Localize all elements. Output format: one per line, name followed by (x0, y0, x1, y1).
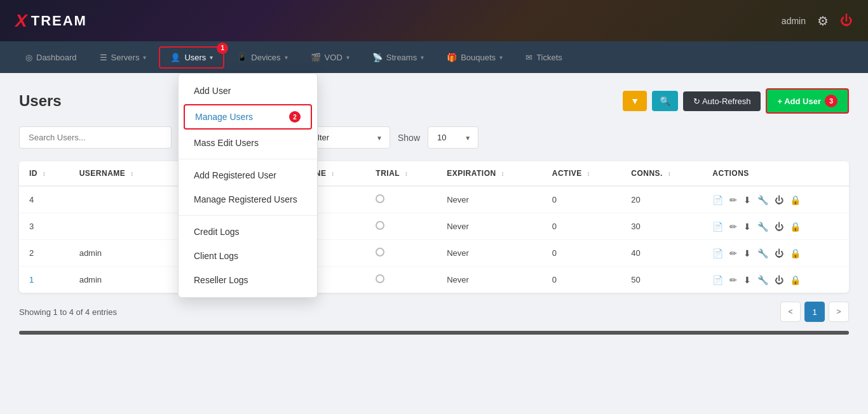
menu-item-dashboard[interactable]: ◎ Dashboard (15, 48, 87, 67)
menu-item-vod-label: VOD (325, 53, 342, 62)
auto-refresh-button[interactable]: ↻ Auto-Refresh (683, 91, 761, 111)
menu-item-vod[interactable]: 🎬 VOD ▾ (301, 48, 360, 67)
action-icons-group: 📄 ✏ ⬇ 🔧 ⏻ 🔒 (712, 195, 839, 205)
action-download-icon[interactable]: ⬇ (743, 195, 751, 205)
cell-username (69, 213, 170, 240)
menu-item-tickets[interactable]: ✉ Tickets (515, 48, 573, 67)
action-lock-icon[interactable]: 🔒 (790, 195, 801, 205)
cell-id: 3 (19, 213, 69, 240)
id-sort-icon: ↕ (43, 170, 46, 177)
main-content: Users ▼ 🔍 ↻ Auto-Refresh + Add User 3 Al… (0, 73, 868, 350)
page-1-button[interactable]: 1 (804, 302, 825, 322)
action-tools-icon[interactable]: 🔧 (757, 195, 768, 205)
menu-item-users[interactable]: 👤 Users ▾ 1 (159, 46, 224, 69)
search-button[interactable]: 🔍 (652, 91, 678, 111)
menu-item-servers[interactable]: ☰ Servers ▾ (90, 48, 157, 67)
col-active: ACTIVE ↕ (542, 161, 621, 186)
table-row: 2 admin Never 0 40 📄 ✏ ⬇ 🔧 ⏻ 🔒 (19, 240, 849, 267)
dropdown-add-user[interactable]: Add User (179, 79, 317, 103)
streams-icon: 📡 (372, 53, 383, 62)
menu-item-devices-label: Devices (251, 53, 280, 62)
menu-item-devices[interactable]: 📱 Devices ▾ (227, 48, 297, 67)
streams-chevron: ▾ (421, 54, 424, 61)
action-info-icon[interactable]: 📄 (712, 248, 723, 258)
showing-text: Showing 1 to 4 of 4 entries (19, 307, 117, 317)
servers-chevron: ▾ (143, 54, 146, 61)
dropdown-credit-logs[interactable]: Credit Logs (179, 220, 317, 244)
cell-actions: 📄 ✏ ⬇ 🔧 ⏻ 🔒 (702, 213, 849, 240)
action-download-icon[interactable]: ⬇ (743, 222, 751, 232)
menu-item-streams[interactable]: 📡 Streams ▾ (362, 48, 434, 67)
action-tools-icon[interactable]: 🔧 (757, 248, 768, 258)
user-id: 2 (29, 248, 34, 258)
menu-item-tickets-label: Tickets (536, 53, 562, 62)
cell-active: 0 (542, 240, 621, 267)
prev-page-button[interactable]: < (780, 302, 801, 322)
table-row: 1 admin Never 0 50 📄 ✏ ⬇ 🔧 ⏻ 🔒 (19, 267, 849, 293)
add-user-label: + Add User (777, 97, 821, 106)
online-sort-icon: ↕ (331, 170, 335, 177)
filter-button[interactable]: ▼ (623, 91, 647, 111)
bouquets-icon: 🎁 (447, 53, 457, 62)
expiration-sort-icon: ↕ (501, 170, 505, 177)
top-nav-right: admin ⚙ ⏻ (782, 13, 853, 29)
action-tools-icon[interactable]: 🔧 (757, 222, 768, 232)
dropdown-reseller-logs[interactable]: Reseller Logs (179, 268, 317, 292)
menu-item-servers-label: Servers (111, 53, 140, 62)
trial-indicator (376, 248, 384, 257)
col-id: ID ↕ (19, 161, 69, 186)
dropdown-manage-users[interactable]: Manage Users 2 (184, 104, 312, 130)
add-user-badge: 3 (825, 95, 837, 107)
trial-indicator (376, 221, 384, 230)
action-info-icon[interactable]: 📄 (712, 222, 723, 232)
trial-indicator (376, 194, 384, 203)
action-power-icon[interactable]: ⏻ (775, 248, 783, 258)
action-tools-icon[interactable]: 🔧 (757, 275, 768, 285)
action-lock-icon[interactable]: 🔒 (790, 275, 801, 285)
action-edit-icon[interactable]: ✏ (729, 248, 737, 258)
dropdown-manage-registered-users[interactable]: Manage Registered Users (179, 187, 317, 211)
cell-active: 0 (542, 267, 621, 293)
user-id: 4 (29, 195, 34, 204)
col-trial: TRIAL ↕ (365, 161, 437, 186)
action-edit-icon[interactable]: ✏ (729, 222, 737, 232)
action-edit-icon[interactable]: ✏ (729, 195, 737, 205)
power-icon[interactable]: ⏻ (840, 13, 853, 28)
dropdown-mass-edit-users[interactable]: Mass Edit Users (179, 131, 317, 155)
users-table: ID ↕ USERNAME ↕ PASSW... S ONLINE ↕ TRIA… (19, 161, 849, 293)
add-user-button[interactable]: + Add User 3 (766, 88, 849, 114)
action-edit-icon[interactable]: ✏ (729, 275, 737, 285)
cell-id: 4 (19, 186, 69, 213)
devices-chevron: ▾ (285, 54, 288, 61)
manage-users-label: Manage Users (195, 112, 253, 122)
action-lock-icon[interactable]: 🔒 (790, 248, 801, 258)
cell-conns: 50 (621, 267, 702, 293)
show-filter[interactable]: 10 25 50 100 (428, 126, 478, 149)
action-power-icon[interactable]: ⏻ (775, 222, 783, 232)
action-download-icon[interactable]: ⬇ (743, 275, 751, 285)
menu-item-bouquets[interactable]: 🎁 Bouquets ▾ (437, 48, 513, 67)
col-username: USERNAME ↕ (69, 161, 170, 186)
vod-icon: 🎬 (311, 53, 321, 62)
user-id-link[interactable]: 1 (29, 275, 34, 284)
action-download-icon[interactable]: ⬇ (743, 248, 751, 258)
username-sort-icon: ↕ (130, 170, 134, 177)
dropdown-add-registered-user[interactable]: Add Registered User (179, 163, 317, 187)
next-page-button[interactable]: > (829, 302, 849, 322)
cell-id: 2 (19, 240, 69, 267)
trial-sort-icon: ↕ (405, 170, 409, 177)
action-lock-icon[interactable]: 🔒 (790, 222, 801, 232)
action-power-icon[interactable]: ⏻ (775, 275, 783, 285)
user-id: 3 (29, 222, 34, 231)
gear-icon[interactable]: ⚙ (817, 13, 829, 29)
cell-conns: 40 (621, 240, 702, 267)
action-info-icon[interactable]: 📄 (712, 195, 723, 205)
bouquets-chevron: ▾ (499, 54, 503, 61)
menu-item-users-label: Users (184, 53, 206, 62)
action-power-icon[interactable]: ⏻ (775, 195, 783, 205)
header-actions: ▼ 🔍 ↻ Auto-Refresh + Add User 3 (623, 88, 849, 114)
show-filter-wrap: 10 25 50 100 (428, 126, 478, 149)
dropdown-client-logs[interactable]: Client Logs (179, 244, 317, 268)
search-input[interactable] (19, 126, 172, 149)
action-info-icon[interactable]: 📄 (712, 275, 723, 285)
